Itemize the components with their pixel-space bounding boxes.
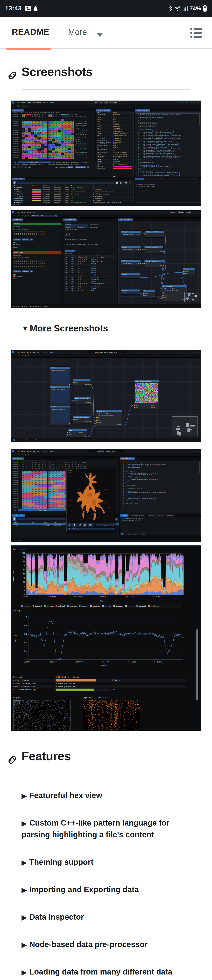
- hex-byte[interactable]: 20: [58, 124, 61, 126]
- hex-byte[interactable]: 34: [61, 476, 64, 478]
- menu-item-edit[interactable]: Edit: [21, 102, 25, 103]
- tab-readme[interactable]: README: [12, 27, 49, 37]
- hex-byte[interactable]: B0: [48, 491, 51, 493]
- output-port[interactable]: [140, 293, 140, 293]
- hex-byte[interactable]: 8D: [61, 473, 64, 474]
- hex-byte[interactable]: 32: [37, 137, 41, 139]
- hex-byte[interactable]: 87: [55, 500, 58, 501]
- window-buttons[interactable]: – □ ✕: [191, 211, 200, 213]
- hex-byte[interactable]: 00: [28, 119, 31, 121]
- hex-byte[interactable]: 62: [25, 153, 28, 155]
- hex-byte[interactable]: 76: [28, 496, 31, 498]
- hex-byte[interactable]: 01: [55, 150, 58, 151]
- hex-byte[interactable]: 3C: [22, 484, 25, 485]
- hex-byte[interactable]: 2B: [61, 157, 64, 159]
- output-port[interactable]: [140, 249, 141, 250]
- filter-tool-icon[interactable]: ⇿: [129, 181, 132, 185]
- inspector-row[interactable]: uint32_t3056414943: [96, 126, 133, 127]
- hex-byte[interactable]: 11: [25, 494, 28, 496]
- hex-byte[interactable]: DC: [44, 487, 47, 489]
- undo-redo-icon[interactable]: ↷: [15, 355, 16, 357]
- hex-byte[interactable]: 73: [41, 134, 44, 135]
- hex-byte[interactable]: 64: [28, 126, 31, 128]
- hex-byte[interactable]: 51: [67, 132, 71, 134]
- hex-byte[interactable]: C1: [64, 141, 67, 143]
- hex-byte[interactable]: 81: [48, 482, 51, 484]
- hex-byte[interactable]: E8: [58, 476, 61, 478]
- hex-byte[interactable]: E4: [37, 139, 41, 141]
- inspector-row[interactable]: double (64 bit)-5.59594E+281: [96, 140, 133, 141]
- hex-byte[interactable]: C9: [37, 485, 41, 487]
- hex-byte[interactable]: 00: [71, 115, 74, 117]
- hex-byte[interactable]: 08: [37, 132, 41, 134]
- hex-byte[interactable]: 99: [48, 466, 51, 467]
- hex-byte[interactable]: 7A: [55, 151, 58, 153]
- hex-byte[interactable]: FB: [64, 132, 67, 134]
- button-jump-to[interactable]: Jump to: [13, 239, 21, 240]
- hex-byte[interactable]: 79: [51, 471, 55, 473]
- hex-byte[interactable]: 01: [25, 462, 28, 464]
- hex-byte[interactable]: C3: [37, 473, 41, 474]
- hex-byte[interactable]: 9E: [41, 466, 44, 467]
- hex-byte[interactable]: 5A: [48, 480, 51, 482]
- hex-byte[interactable]: 59: [67, 153, 71, 155]
- hex-byte[interactable]: 6F: [71, 123, 74, 124]
- hex-byte[interactable]: E8: [61, 130, 64, 132]
- node-rgba8-image-visualizer[interactable]: RGBA8 Image VisualizerInput128Width128He…: [134, 380, 159, 409]
- save-icon[interactable]: ▤: [25, 215, 26, 217]
- bookmark-header[interactable]: ▼ Header: [13, 223, 61, 225]
- hex-byte[interactable]: 52: [48, 507, 51, 509]
- hex-byte[interactable]: F5: [41, 494, 44, 496]
- pattern-row[interactable]: ☆ pointerToSymb0x000000E40x000000E70x000…: [12, 196, 133, 197]
- console-tab[interactable]: Environment Variables: [129, 514, 146, 517]
- hex-byte[interactable]: DC: [44, 155, 47, 157]
- hex-byte[interactable]: BC: [55, 487, 58, 489]
- hex-byte[interactable]: 75: [41, 124, 44, 126]
- hex-byte[interactable]: F5: [67, 466, 71, 467]
- hex-byte[interactable]: 74: [22, 124, 25, 126]
- hex-byte[interactable]: E0: [22, 500, 25, 501]
- hex-byte[interactable]: 12: [22, 496, 25, 498]
- hex-row[interactable]: 00000090:9FFB2963029AC62FB3453F6CE813A15…: [12, 130, 95, 132]
- hex-byte[interactable]: 00: [55, 119, 58, 121]
- viewer-tool-icon[interactable]: ⌗: [83, 523, 87, 527]
- hex-byte[interactable]: 0C: [51, 157, 55, 159]
- hex-byte[interactable]: 9F: [48, 148, 51, 150]
- hex-byte[interactable]: 4A: [64, 150, 67, 151]
- menu-item-workspace[interactable]: Workspace: [33, 450, 41, 452]
- hex-byte[interactable]: 52: [48, 151, 51, 153]
- open-folder-icon[interactable]: 🗁: [22, 454, 23, 456]
- hex-byte[interactable]: 64: [31, 469, 34, 471]
- hex-byte[interactable]: 61: [48, 123, 51, 124]
- hex-byte[interactable]: 03: [34, 114, 37, 115]
- hex-byte[interactable]: C3: [55, 134, 58, 135]
- hex-byte[interactable]: C5: [61, 503, 64, 505]
- hex-byte[interactable]: 00: [55, 114, 58, 115]
- hex-byte[interactable]: 0D: [37, 126, 41, 128]
- star-icon[interactable]: ☆: [12, 194, 14, 196]
- hex-byte[interactable]: 73: [51, 494, 55, 496]
- hex-byte[interactable]: 87: [48, 132, 51, 134]
- hex-byte[interactable]: C9: [41, 474, 44, 476]
- hex-byte[interactable]: 7B: [58, 471, 61, 473]
- node-input[interactable]: 1ad45a3f4afad4: [122, 234, 137, 235]
- hex-byte[interactable]: CE: [58, 139, 61, 141]
- hex-row[interactable]: 000000A0:1AE804015C08114F87403E6C81FB51F…: [12, 132, 95, 134]
- hex-byte[interactable]: F9: [44, 496, 47, 498]
- hex-byte[interactable]: E3: [48, 484, 51, 485]
- hex-byte[interactable]: F0: [25, 491, 28, 493]
- hex-byte[interactable]: B6: [44, 466, 47, 467]
- hex-byte[interactable]: 0A: [58, 491, 61, 493]
- hex-byte[interactable]: 52: [44, 144, 47, 146]
- hex-byte[interactable]: 48: [28, 151, 31, 153]
- hex-byte[interactable]: 1B: [71, 466, 74, 467]
- disassembly-row[interactable]: 0x00x40048 8D 0D F9 0lea rcx, [rip + 0x1…: [64, 257, 116, 259]
- hex-byte[interactable]: 00: [31, 114, 34, 115]
- input-port[interactable]: [134, 407, 135, 408]
- hex-byte[interactable]: 17: [25, 464, 28, 466]
- hex-byte[interactable]: 75: [28, 155, 31, 157]
- input-port[interactable]: [134, 405, 135, 406]
- filter-icon[interactable]: ▼: [13, 517, 16, 521]
- menu-item-extras[interactable]: Extras: [43, 450, 48, 452]
- hex-byte[interactable]: 50: [44, 134, 47, 135]
